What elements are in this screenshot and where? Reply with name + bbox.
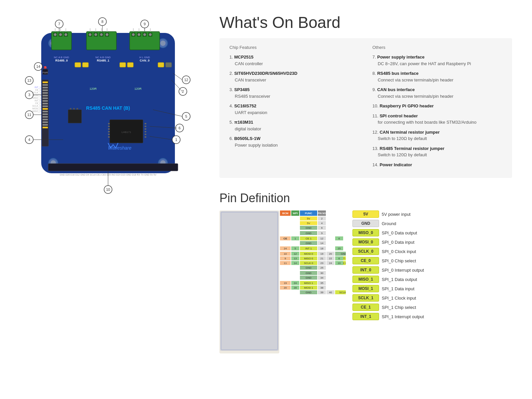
svg-text:13: 13 bbox=[27, 78, 31, 82]
svg-rect-59 bbox=[108, 123, 110, 124]
svg-text:10: 10 bbox=[106, 188, 110, 192]
svg-text:10: 10 bbox=[338, 262, 341, 265]
svg-point-38 bbox=[138, 33, 140, 36]
label-ce1: CE_1 bbox=[352, 304, 379, 311]
svg-rect-71 bbox=[68, 110, 81, 123]
page-title: What's On Board bbox=[219, 13, 512, 32]
legend-sclk0: SCLK_0 SPI_0 Clock input bbox=[352, 248, 512, 255]
legend-ce1: CE_1 SPI_1 Chip select bbox=[352, 304, 512, 311]
svg-rect-95 bbox=[43, 127, 48, 128]
svg-text:20: 20 bbox=[329, 252, 332, 255]
other-14: 14. Power Indicator bbox=[372, 162, 502, 168]
board-svg: NC A B GND RS485_0 NC A B GND RS485_1 H … bbox=[20, 13, 200, 213]
label-mosi0: MOSI_0 bbox=[352, 238, 379, 246]
svg-rect-109 bbox=[48, 164, 178, 171]
left-panel: NC A B GND RS485_0 NC A B GND RS485_1 H … bbox=[20, 13, 206, 386]
other-10: 10. Raspberry Pi GPIO header bbox=[372, 103, 502, 109]
svg-rect-92 bbox=[43, 119, 48, 120]
svg-text:14: 14 bbox=[321, 242, 324, 245]
svg-text:MISO 1: MISO 1 bbox=[304, 282, 313, 285]
svg-text:1: 1 bbox=[175, 138, 177, 142]
label-5v: 5V bbox=[352, 210, 379, 218]
chip-features-column: Chip Features 1. MCP2515 CAN controller … bbox=[229, 45, 359, 171]
page-container: NC A B GND RS485_0 NC A B GND RS485_1 H … bbox=[0, 0, 532, 399]
svg-rect-89 bbox=[43, 111, 48, 112]
svg-rect-70 bbox=[145, 136, 146, 138]
svg-text:9: 9 bbox=[285, 257, 286, 260]
svg-rect-61 bbox=[108, 128, 110, 130]
svg-text:CE 1: CE 1 bbox=[306, 237, 312, 240]
svg-text:11: 11 bbox=[284, 262, 287, 265]
svg-text:8: 8 bbox=[101, 20, 103, 24]
svg-text:12: 12 bbox=[184, 78, 188, 82]
svg-text:3: 3 bbox=[28, 93, 30, 97]
label-int0: INT_0 bbox=[352, 266, 379, 274]
other-13: 13. RS485 Terminal resistor jumper Switc… bbox=[372, 145, 502, 158]
svg-text:MOSI 0: MOSI 0 bbox=[304, 252, 313, 255]
svg-text:FUNC: FUNC bbox=[305, 212, 312, 215]
svg-text:10: 10 bbox=[284, 252, 287, 255]
svg-text:9: 9 bbox=[321, 232, 323, 235]
svg-text:H L GND: H L GND bbox=[139, 56, 150, 59]
label-int1: INT_1 bbox=[352, 313, 379, 320]
svg-text:14: 14 bbox=[294, 262, 297, 265]
svg-text:RS485 CAN HAT (B): RS485 CAN HAT (B) bbox=[86, 105, 130, 111]
svg-text:12: 12 bbox=[321, 237, 324, 240]
svg-text:PIN NO: PIN NO bbox=[318, 212, 326, 214]
label-ce0: CE_0 bbox=[352, 257, 379, 264]
legend-miso1: MISO_1 SPI_1 Data output bbox=[352, 276, 512, 283]
svg-text:11: 11 bbox=[27, 113, 31, 117]
svg-text:5V: 5V bbox=[307, 222, 310, 225]
svg-text:5: 5 bbox=[185, 114, 187, 118]
svg-text:19: 19 bbox=[284, 282, 287, 285]
svg-text:SCLK 0: SCLK 0 bbox=[304, 262, 313, 265]
svg-rect-84 bbox=[43, 97, 48, 99]
svg-text:SCLK_1: SCLK_1 bbox=[32, 91, 41, 94]
svg-text:2: 2 bbox=[321, 217, 323, 220]
svg-text:CE: CE bbox=[283, 237, 287, 240]
svg-rect-88 bbox=[43, 108, 48, 110]
svg-point-39 bbox=[143, 33, 146, 36]
svg-text:21: 21 bbox=[321, 257, 324, 260]
svg-text:7: 7 bbox=[58, 22, 60, 26]
legend-gnd: GND Ground bbox=[352, 220, 512, 227]
svg-text:GND: GND bbox=[306, 276, 312, 279]
svg-text:4: 4 bbox=[321, 222, 323, 225]
feature-1: 1. MCP2515 CAN controller bbox=[229, 54, 359, 67]
svg-rect-48 bbox=[127, 63, 133, 67]
svg-text:BCM: BCM bbox=[282, 212, 289, 215]
pin-definition-section: Pin Definition BCM WPI bbox=[219, 191, 512, 355]
svg-point-25 bbox=[94, 33, 97, 36]
svg-text:5V: 5V bbox=[307, 217, 310, 220]
svg-rect-45 bbox=[75, 63, 81, 67]
pin-content: BCM WPI FUNC PIN NO 2 5V bbox=[219, 210, 512, 355]
svg-point-40 bbox=[149, 33, 152, 36]
svg-rect-94 bbox=[43, 124, 48, 126]
svg-rect-66 bbox=[145, 126, 146, 127]
svg-text:GND: GND bbox=[306, 272, 312, 275]
svg-text:GND: GND bbox=[341, 252, 346, 255]
svg-text:35: 35 bbox=[321, 282, 324, 285]
legend-int1: INT_1 SPI_1 Interrupt output bbox=[352, 313, 512, 320]
svg-text:GND: GND bbox=[306, 232, 312, 235]
svg-rect-63 bbox=[108, 134, 110, 135]
svg-text:PWR: PWR bbox=[43, 71, 48, 74]
svg-rect-69 bbox=[145, 134, 146, 135]
features-box: Chip Features 1. MCP2515 CAN controller … bbox=[219, 38, 512, 178]
other-11: 11. SPI control header for connecting wi… bbox=[372, 113, 502, 126]
svg-point-24 bbox=[89, 33, 91, 36]
svg-text:CE_0: CE_0 bbox=[35, 102, 41, 105]
legend-mosi0: MOSI_0 SPI_0 Data input bbox=[352, 238, 512, 246]
label-mosi1: MOSI_1 bbox=[352, 285, 379, 292]
svg-text:6: 6 bbox=[338, 237, 340, 240]
svg-rect-82 bbox=[43, 92, 48, 94]
svg-point-37 bbox=[132, 33, 135, 36]
svg-text:MISO_1: MISO_1 bbox=[32, 97, 41, 99]
feature-5: 5. π163M31 digital isolator bbox=[229, 119, 359, 132]
svg-text:GND: GND bbox=[306, 291, 312, 294]
svg-rect-65 bbox=[145, 123, 146, 124]
svg-text:24: 24 bbox=[284, 247, 287, 250]
svg-text:SCLK_0: SCLK_0 bbox=[32, 105, 41, 107]
svg-text:MOSI 1: MOSI 1 bbox=[304, 286, 313, 289]
svg-text:RS485_0: RS485_0 bbox=[55, 59, 68, 62]
